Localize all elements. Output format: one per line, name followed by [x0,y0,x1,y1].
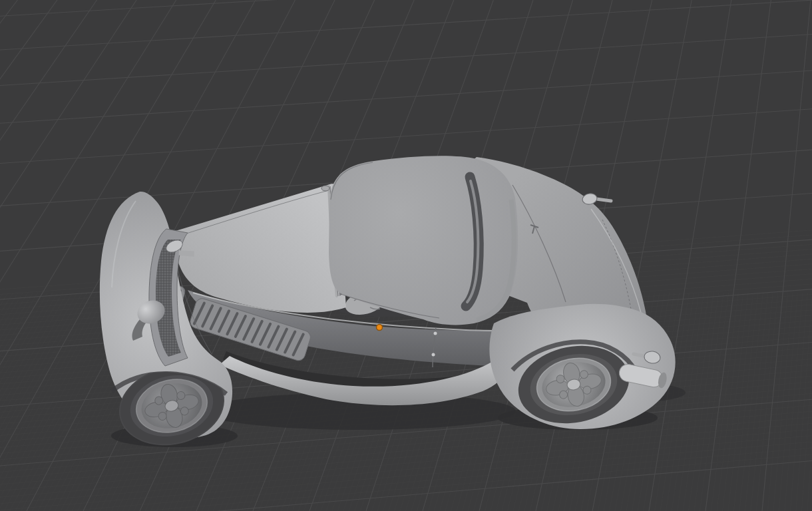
door-hinge [432,353,435,357]
door-hinge [434,332,437,335]
origin-marker[interactable] [377,325,383,331]
mirror-bracket [321,186,329,191]
convertible-top [329,156,518,325]
3d-viewport[interactable] [0,0,812,511]
viewport-canvas[interactable] [0,0,812,511]
tail-knob-upper [582,192,611,206]
